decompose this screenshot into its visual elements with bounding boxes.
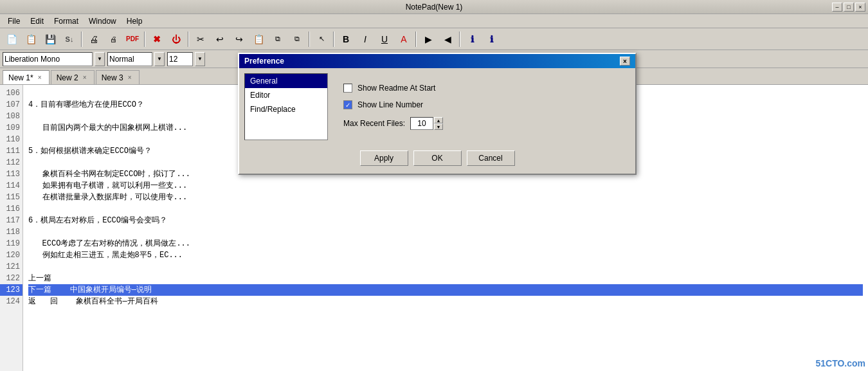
line-111: 111 [0,145,23,157]
toolbar-sep5 [333,32,334,47]
tab-new1-close[interactable]: × [36,74,44,82]
font-size-input[interactable] [167,52,193,66]
editor-line-122: 上一篇 [28,273,863,284]
cut-button[interactable]: ✂ [192,30,210,48]
undo-button[interactable]: ↩ [211,30,229,48]
sidebar-item-general[interactable]: General [245,74,327,88]
font-name-input[interactable] [3,52,93,66]
font-style-dropdown[interactable]: ▼ [154,52,165,66]
save-button[interactable]: 💾 [41,30,59,48]
toolbar-sep4 [309,32,310,47]
line-122: 122 [0,273,23,284]
max-recent-files-spinner[interactable]: ▲ ▼ [410,117,443,130]
line-114: 114 [0,180,23,192]
line-110: 110 [0,134,23,145]
italic-button[interactable]: I [356,30,374,48]
line-107: 107 [0,99,23,111]
tab-new3-label: New 3 [102,73,123,82]
redo-button[interactable]: ↪ [230,30,248,48]
show-readme-label: Show Readme At Start [357,84,435,93]
menu-format[interactable]: Format [49,15,84,27]
watermark: 51CTO.com [815,358,865,368]
underline-button[interactable]: U [375,30,393,48]
line-116: 116 [0,203,23,215]
new-file-button[interactable]: 📄 [3,30,21,48]
max-recent-files-label: Max Recent Files: [343,119,405,128]
line-112: 112 [0,157,23,168]
line-numbers: 106 107 108 109 110 111 112 113 114 115 … [0,85,23,371]
tab-new3[interactable]: New 3 × [96,70,140,84]
max-recent-files-row: Max Recent Files: ▲ ▼ [343,117,620,130]
line-117: 117 [0,215,23,226]
line-119: 119 [0,238,23,249]
menu-edit[interactable]: Edit [25,15,49,27]
show-readme-checkbox[interactable] [343,84,352,93]
show-line-number-label: Show Line Number [357,100,423,109]
editor-line-118 [28,226,863,238]
spin-down-button[interactable]: ▼ [434,123,443,130]
tab-new3-close[interactable]: × [126,74,134,82]
editor-line-117: 6．棋局左右对称后，ECCO编号会变吗？ [28,215,863,226]
forward-button[interactable]: ▶ [419,30,437,48]
menu-help[interactable]: Help [122,15,148,27]
copy2-button[interactable]: ⧉ [288,30,306,48]
show-readme-row: Show Readme At Start [343,84,620,93]
new2-button[interactable]: 📋 [22,30,40,48]
max-recent-files-input[interactable] [410,117,433,130]
window-controls[interactable]: – □ × [832,3,865,12]
minimize-button[interactable]: – [832,3,842,12]
editor-line-114: 如果拥有电子棋谱，就可以利用一些支... [28,180,863,192]
cursor-button[interactable]: ↖ [312,30,330,48]
sidebar-item-editor[interactable]: Editor [245,88,327,102]
toolbar: 📄 📋 💾 S↓ 🖨 🖨 PDF ✖ ⏻ ✂ ↩ ↪ 📋 ⧉ ⧉ ↖ B I U… [0,28,868,50]
preference-dialog: Preference × General Editor Find/Replace… [238,53,637,175]
dialog-footer: Apply OK Cancel [239,145,635,174]
delete-button[interactable]: ✖ [148,30,166,48]
power-button[interactable]: ⏻ [167,30,185,48]
tab-new1[interactable]: New 1* × [3,70,50,84]
menu-file[interactable]: File [3,15,25,27]
show-line-number-row: Show Line Number [343,100,620,109]
apply-button[interactable]: Apply [360,150,408,166]
spin-up-button[interactable]: ▲ [434,117,443,123]
editor-line-115: 在棋谱批量录入数据库时，可以使用专... [28,192,863,203]
line-120: 120 [0,249,23,261]
editor-line-124: 返 回 象棋百科全书—开局百科 [28,296,863,307]
tab-new2[interactable]: New 2 × [51,70,95,84]
tab-new2-label: New 2 [57,73,78,82]
show-line-number-checkbox[interactable] [343,100,352,109]
line-108: 108 [0,111,23,122]
toolbar-sep2 [144,32,145,47]
line-113: 113 [0,168,23,180]
spin-buttons: ▲ ▼ [434,117,443,130]
maximize-button[interactable]: □ [844,3,854,12]
copy-button[interactable]: ⧉ [269,30,287,48]
back-button[interactable]: ◀ [439,30,457,48]
toolbar-sep6 [415,32,417,47]
close-button[interactable]: × [855,3,865,12]
font-color-button[interactable]: A [395,30,413,48]
sidebar-item-findreplace[interactable]: Find/Replace [245,102,327,116]
dialog-close-button[interactable]: × [620,57,630,66]
tab-new2-close[interactable]: × [81,74,89,82]
bold-button[interactable]: B [337,30,355,48]
pdf-button[interactable]: PDF [123,30,141,48]
font-name-dropdown[interactable]: ▼ [95,52,105,66]
font-style-input[interactable] [107,52,152,66]
cancel-button[interactable]: Cancel [467,150,515,166]
menu-window[interactable]: Window [84,15,122,27]
line-123: 123 [0,284,23,296]
print-button[interactable]: 🖨 [85,30,103,48]
save-as-button[interactable]: S↓ [60,30,78,48]
paste-button[interactable]: 📋 [249,30,267,48]
print-preview-button[interactable]: 🖨 [104,30,122,48]
line-109: 109 [0,122,23,134]
info2-button[interactable]: ℹ [482,30,500,48]
dialog-title-bar: Preference × [239,54,635,68]
info-button[interactable]: ℹ [463,30,481,48]
dialog-body: General Editor Find/Replace Show Readme … [239,68,635,145]
dialog-title-text: Preference [244,57,284,66]
font-size-dropdown[interactable]: ▼ [195,52,205,66]
ok-button[interactable]: OK [413,150,462,166]
title-bar: NotePad(New 1) – □ × [0,0,868,14]
